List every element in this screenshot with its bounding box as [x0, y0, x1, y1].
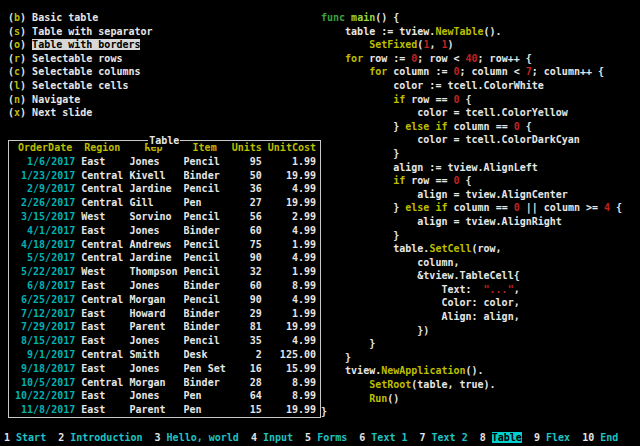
table-cell: East — [81, 389, 123, 403]
table-cell: West — [81, 210, 123, 224]
status-item-label: Hello, world — [167, 432, 239, 443]
code-line: column, — [321, 256, 622, 270]
table-cell: 4/1/2017 — [15, 224, 75, 238]
status-item-start[interactable]: 1 Start — [4, 432, 46, 443]
status-item-introduction[interactable]: 2 Introduction — [58, 432, 142, 443]
menu-item-label: Selectable cells — [32, 80, 128, 91]
menu-item-label: Table with separator — [32, 26, 152, 37]
table-cell: Morgan — [129, 376, 177, 390]
paren: ) — [20, 66, 32, 77]
table-cell: 19.99 — [268, 320, 316, 334]
table-row: 8/15/2017EastJonesPencil354.99 — [15, 334, 316, 348]
code-token: column := — [387, 66, 453, 77]
status-item-number: 9 — [534, 432, 546, 443]
code-token: } — [321, 202, 405, 213]
code-token: align := tview.AlignLeft — [321, 162, 538, 173]
code-token — [321, 175, 393, 186]
status-item-input[interactable]: 4 Input — [251, 432, 293, 443]
table-cell: 32 — [232, 265, 262, 279]
code-token: () — [387, 393, 399, 404]
status-item-number: 2 — [58, 432, 70, 443]
code-token: if — [393, 175, 405, 186]
code-token: else — [405, 121, 429, 132]
code-line: SetRoot(table, true). — [321, 378, 622, 392]
menu-item-r[interactable]: (r) Selectable rows — [8, 52, 153, 66]
status-item-table[interactable]: 8 Table — [480, 432, 522, 443]
code-token: (). — [484, 26, 502, 37]
table-cell: 10/5/2017 — [15, 376, 75, 390]
table-cell: 90 — [232, 251, 262, 265]
table-cell: Central — [81, 169, 123, 183]
table-row: 10/5/2017CentralMorganBinder288.99 — [15, 376, 316, 390]
table-cell: Parent — [129, 403, 177, 417]
code-token — [321, 94, 393, 105]
slide-menu: (b) Basic table(s) Table with separator(… — [8, 11, 153, 120]
table-row: 6/25/2017CentralMorganPencil904.99 — [15, 293, 316, 307]
orders-table: Table OrderDateRegionRepItemUnitsUnitCos… — [8, 140, 321, 418]
code-token: color = tcell.ColorDarkCyan — [321, 134, 580, 145]
menu-item-l[interactable]: (l) Selectable cells — [8, 79, 153, 93]
menu-item-label: Next slide — [32, 107, 92, 118]
paren: ) — [20, 12, 32, 23]
slide-status-bar: 1 Start 2 Introduction 3 Hello, world 4 … — [0, 431, 640, 446]
code-line: func main() { — [321, 11, 622, 25]
code-line: } — [321, 351, 622, 365]
table-cell: East — [81, 155, 123, 169]
table-cell: East — [81, 403, 123, 417]
menu-item-o[interactable]: (o) Table with borders — [8, 38, 153, 52]
table-row: 9/1/2017CentralSmithDesk2125.00 — [15, 348, 316, 362]
code-token: func — [321, 12, 351, 23]
menu-item-b[interactable]: (b) Basic table — [8, 11, 153, 25]
table-cell: Central — [81, 238, 123, 252]
code-token: (table, true). — [411, 379, 495, 390]
code-token: if — [393, 94, 405, 105]
table-cell: Jones — [129, 334, 177, 348]
code-token: SetRoot — [369, 379, 411, 390]
table-row: 4/18/2017CentralAndrewsPencil751.99 — [15, 238, 316, 252]
table-cell: East — [81, 279, 123, 293]
table-cell: 19.99 — [268, 403, 316, 417]
table-cell: Pencil — [184, 293, 226, 307]
table-rows: OrderDateRegionRepItemUnitsUnitCost1/6/2… — [15, 141, 316, 417]
table-cell: 2.99 — [268, 210, 316, 224]
code-token: for — [345, 53, 363, 64]
table-cell: East — [81, 334, 123, 348]
table-row: 5/22/2017WestThompsonPencil321.99 — [15, 265, 316, 279]
status-item-label: Start — [16, 432, 46, 443]
status-item-text-2[interactable]: 7 Text 2 — [420, 432, 468, 443]
table-cell: 56 — [232, 210, 262, 224]
code-line: } else if column == 0 || column >= 4 { — [321, 201, 622, 215]
status-item-hello-world[interactable]: 3 Hello, world — [155, 432, 239, 443]
table-cell: 15.99 — [268, 362, 316, 376]
table-cell: 11/8/2017 — [15, 403, 75, 417]
code-token — [321, 39, 369, 50]
table-cell: 4/18/2017 — [15, 238, 75, 252]
table-cell: 4.99 — [268, 224, 316, 238]
table-cell: West — [81, 265, 123, 279]
table-cell: Gill — [129, 196, 177, 210]
paren: ) — [20, 26, 32, 37]
menu-item-n[interactable]: (n) Navigate — [8, 93, 153, 107]
menu-item-x[interactable]: (x) Next slide — [8, 106, 153, 120]
table-cell: 75 — [232, 238, 262, 252]
menu-item-c[interactable]: (c) Selectable columns — [8, 65, 153, 79]
table-cell: 6/8/2017 — [15, 279, 75, 293]
code-token — [321, 379, 369, 390]
status-item-label: Table — [492, 432, 522, 443]
code-token: SetCell — [429, 243, 471, 254]
status-item-end[interactable]: 10 End — [582, 432, 618, 443]
status-item-number: 1 — [4, 432, 16, 443]
status-item-forms[interactable]: 5 Forms — [305, 432, 347, 443]
code-line: table.SetCell(row, — [321, 242, 622, 256]
table-row: 7/12/2017EastHowardBinder291.99 — [15, 307, 316, 321]
table-header-cell: Item — [184, 141, 226, 155]
status-item-text-1[interactable]: 6 Text 1 — [359, 432, 407, 443]
code-token: NewTable — [435, 26, 483, 37]
code-line: } — [321, 405, 622, 419]
table-row: 2/26/2017CentralGillPen2719.99 — [15, 196, 316, 210]
table-cell: 10/22/2017 — [15, 389, 75, 403]
menu-item-s[interactable]: (s) Table with separator — [8, 25, 153, 39]
status-item-flex[interactable]: 9 Flex — [534, 432, 570, 443]
table-cell: 7/12/2017 — [15, 307, 75, 321]
code-token: { — [520, 121, 532, 132]
